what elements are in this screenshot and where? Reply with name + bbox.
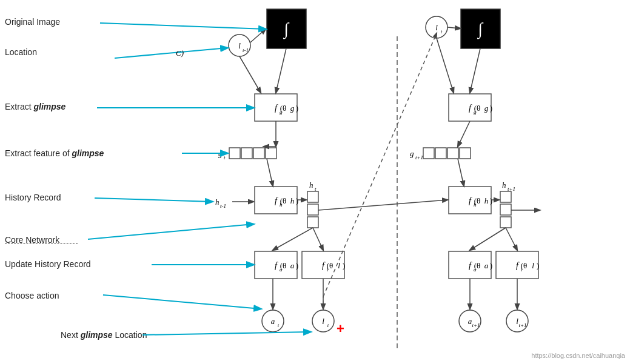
svg-rect-80 [447,148,458,159]
svg-text:C): C) [176,48,184,58]
svg-text:h: h [502,180,506,190]
svg-rect-17 [241,148,252,159]
svg-text:t-1: t-1 [220,203,226,209]
svg-line-75 [437,38,454,93]
svg-line-82 [458,121,470,147]
svg-rect-19 [266,148,276,159]
svg-rect-92 [500,191,511,202]
svg-rect-78 [423,148,434,159]
svg-text:t-1: t-1 [243,47,249,53]
svg-text:h: h [484,196,489,205]
svg-rect-36 [307,217,318,228]
svg-text:+: + [337,321,344,336]
svg-line-110 [470,228,506,250]
svg-line-130 [103,295,261,309]
svg-text:a: a [271,317,275,326]
svg-text:): ) [296,196,298,205]
svg-line-5 [250,29,266,42]
svg-rect-93 [500,204,511,215]
svg-text:a: a [290,261,295,270]
svg-text:(θ: (θ [280,104,287,113]
svg-line-111 [506,228,517,250]
svg-text:t+1: t+1 [518,322,526,328]
svg-line-131 [142,332,310,335]
svg-text:l: l [338,261,340,270]
watermark: https://blog.csdn.net/caihuanqia [531,352,625,359]
svg-rect-94 [500,217,511,228]
svg-text:): ) [537,261,539,270]
svg-line-123 [115,48,227,58]
svg-text:): ) [490,261,492,270]
svg-text:): ) [490,104,492,113]
svg-text:l: l [532,261,534,270]
diagram-container: Original Image Location Extract glimpse … [0,0,630,364]
svg-line-89 [458,159,464,186]
svg-line-13 [240,56,261,93]
svg-line-31 [267,159,273,186]
svg-text:l: l [322,317,324,326]
svg-rect-79 [435,148,446,159]
svg-text:g: g [290,104,295,113]
svg-line-74 [470,48,480,93]
svg-text:): ) [296,104,298,113]
svg-line-122 [100,23,266,29]
svg-line-128 [88,224,253,239]
svg-line-67 [447,27,460,28]
svg-text:): ) [296,261,298,270]
svg-line-12 [276,48,286,93]
svg-rect-81 [460,148,471,159]
svg-text:(θ: (θ [474,261,481,270]
svg-rect-35 [307,204,318,215]
svg-text:g: g [410,149,414,158]
svg-text:h: h [215,197,219,207]
svg-line-50 [273,228,313,250]
svg-text:): ) [343,261,345,270]
svg-text:): ) [490,196,492,205]
svg-text:h: h [309,180,313,190]
svg-text:t+1: t+1 [415,154,423,160]
svg-line-51 [313,228,323,250]
svg-text:t+1: t+1 [472,322,480,328]
diagram-svg: ∫ l t-1 f g (θ g ) g t h t-1 [0,0,630,364]
svg-text:(θ: (θ [280,261,287,270]
svg-rect-34 [307,191,318,202]
svg-text:g: g [484,104,489,113]
svg-line-121 [323,33,437,297]
svg-rect-18 [253,148,264,159]
svg-text:(θ: (θ [327,261,333,270]
svg-text:(θ: (θ [280,196,287,205]
svg-text:l: l [238,41,241,50]
svg-text:(θ: (θ [474,196,481,205]
svg-text:l: l [435,23,438,32]
svg-text:a: a [484,261,489,270]
svg-text:(θ: (θ [474,104,481,113]
svg-text:(θ: (θ [521,261,528,270]
svg-line-96 [318,200,447,210]
svg-rect-16 [229,148,240,159]
svg-line-127 [95,198,212,202]
svg-text:h: h [290,196,295,205]
svg-text:t: t [224,154,226,160]
